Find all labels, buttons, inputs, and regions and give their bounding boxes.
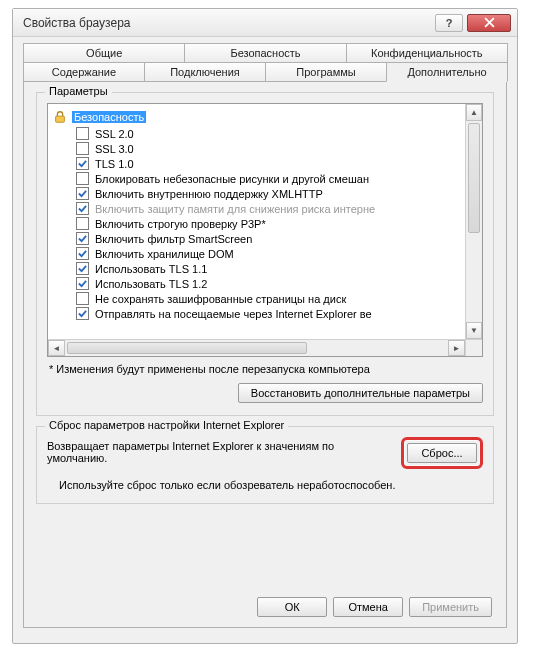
list-item[interactable]: Включить защиту памяти для снижения риск… (50, 201, 463, 216)
list-item-label: Включить хранилище DOM (95, 248, 234, 260)
apply-button[interactable]: Применить (409, 597, 492, 617)
tab-privacy[interactable]: Конфиденциальность (346, 43, 508, 63)
group-parameters: Параметры Безопасность SSL 2.0SSL 3.0TLS… (36, 92, 494, 416)
list-item[interactable]: Использовать TLS 1.1 (50, 261, 463, 276)
lock-icon (52, 109, 68, 125)
list-item-label: Включить фильтр SmartScreen (95, 233, 252, 245)
list-item[interactable]: SSL 2.0 (50, 126, 463, 141)
checkbox[interactable] (76, 232, 89, 245)
checkbox[interactable] (76, 127, 89, 140)
list-item[interactable]: SSL 3.0 (50, 141, 463, 156)
list-item-label: Отправлять на посещаемые через Internet … (95, 308, 372, 320)
settings-listbox[interactable]: Безопасность SSL 2.0SSL 3.0TLS 1.0Блокир… (47, 103, 483, 357)
category-label: Безопасность (72, 111, 146, 123)
tab-connections[interactable]: Подключения (144, 62, 266, 82)
tab-general[interactable]: Общие (23, 43, 185, 63)
scroll-up-arrow-icon[interactable]: ▲ (466, 104, 482, 121)
svg-rect-0 (56, 116, 65, 122)
scroll-right-arrow-icon[interactable]: ► (448, 340, 465, 356)
cancel-button[interactable]: Отмена (333, 597, 403, 617)
list-item-label: Включить строгую проверку P3P* (95, 218, 266, 230)
scroll-vtrack[interactable] (466, 121, 482, 322)
list-item-label: TLS 1.0 (95, 158, 134, 170)
window-title: Свойства браузера (23, 16, 435, 30)
checkbox[interactable] (76, 247, 89, 260)
tab-security[interactable]: Безопасность (184, 43, 346, 63)
list-item-label: Включить внутреннюю поддержку XMLHTTP (95, 188, 323, 200)
scroll-vthumb[interactable] (468, 123, 480, 233)
list-item[interactable]: Включить хранилище DOM (50, 246, 463, 261)
close-icon (484, 17, 495, 28)
checkbox[interactable] (76, 292, 89, 305)
category-row-security[interactable]: Безопасность (50, 108, 463, 126)
vertical-scrollbar[interactable]: ▲ ▼ (465, 104, 482, 339)
horizontal-scrollbar[interactable]: ◄ ► (48, 339, 465, 356)
reset-button-highlight: Сброс... (401, 437, 483, 469)
settings-list-content: Безопасность SSL 2.0SSL 3.0TLS 1.0Блокир… (48, 104, 465, 339)
list-item-label: SSL 3.0 (95, 143, 134, 155)
restore-defaults-button[interactable]: Восстановить дополнительные параметры (238, 383, 483, 403)
checkbox[interactable] (76, 157, 89, 170)
scroll-left-arrow-icon[interactable]: ◄ (48, 340, 65, 356)
tab-panel-advanced: Параметры Безопасность SSL 2.0SSL 3.0TLS… (23, 82, 507, 628)
list-item[interactable]: Отправлять на посещаемые через Internet … (50, 306, 463, 321)
list-item-label: SSL 2.0 (95, 128, 134, 140)
list-item-label: Не сохранять зашифрованные страницы на д… (95, 293, 346, 305)
scroll-hthumb[interactable] (67, 342, 307, 354)
close-button[interactable] (467, 14, 511, 32)
checkbox[interactable] (76, 142, 89, 155)
list-item[interactable]: Использовать TLS 1.2 (50, 276, 463, 291)
checkbox[interactable] (76, 187, 89, 200)
tab-content[interactable]: Содержание (23, 62, 145, 82)
reset-note: Используйте сброс только если обозревате… (47, 479, 483, 491)
dialog-window: Свойства браузера ? Общие Безопасность К… (12, 8, 518, 644)
reset-button[interactable]: Сброс... (407, 443, 477, 463)
list-item-label: Использовать TLS 1.2 (95, 278, 207, 290)
tab-strip: Общие Безопасность Конфиденциальность Со… (23, 43, 507, 82)
restart-note: * Изменения будут применены после переза… (49, 363, 481, 375)
list-item-label: Использовать TLS 1.1 (95, 263, 207, 275)
scroll-corner (465, 339, 482, 356)
dialog-footer: ОК Отмена Применить (24, 597, 506, 617)
group-reset: Сброс параметров настройки Internet Expl… (36, 426, 494, 504)
ok-button[interactable]: ОК (257, 597, 327, 617)
checkbox[interactable] (76, 277, 89, 290)
list-item-label: Блокировать небезопасные рисунки и друго… (95, 173, 369, 185)
checkbox[interactable] (76, 262, 89, 275)
checkbox[interactable] (76, 217, 89, 230)
checkbox[interactable] (76, 307, 89, 320)
list-item[interactable]: Включить внутреннюю поддержку XMLHTTP (50, 186, 463, 201)
help-button[interactable]: ? (435, 14, 463, 32)
list-item[interactable]: Включить фильтр SmartScreen (50, 231, 463, 246)
group-reset-title: Сброс параметров настройки Internet Expl… (45, 419, 288, 431)
tab-advanced[interactable]: Дополнительно (386, 62, 508, 82)
list-item[interactable]: Включить строгую проверку P3P* (50, 216, 463, 231)
titlebar: Свойства браузера ? (13, 9, 517, 37)
list-item[interactable]: Не сохранять зашифрованные страницы на д… (50, 291, 463, 306)
tab-programs[interactable]: Программы (265, 62, 387, 82)
checkbox[interactable] (76, 172, 89, 185)
scroll-down-arrow-icon[interactable]: ▼ (466, 322, 482, 339)
list-item-label: Включить защиту памяти для снижения риск… (95, 203, 375, 215)
group-parameters-title: Параметры (45, 85, 112, 97)
checkbox[interactable] (76, 202, 89, 215)
list-item[interactable]: Блокировать небезопасные рисунки и друго… (50, 171, 463, 186)
reset-description: Возвращает параметры Internet Explorer к… (47, 437, 391, 464)
list-item[interactable]: TLS 1.0 (50, 156, 463, 171)
